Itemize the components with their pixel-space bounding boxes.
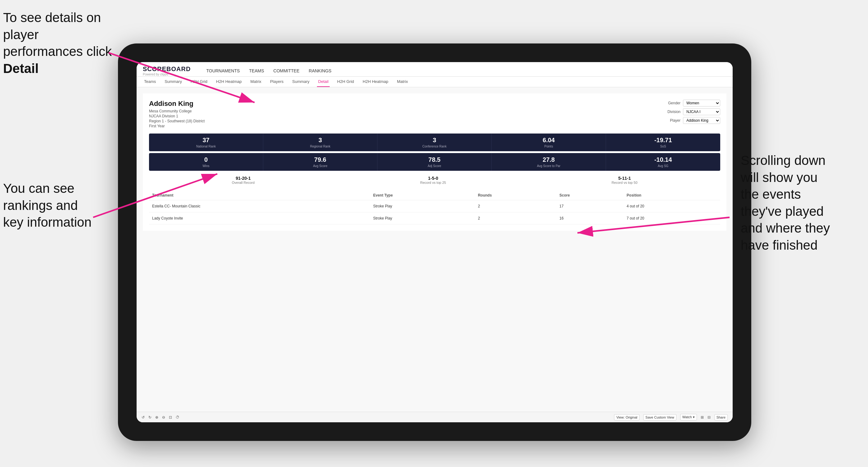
annotation-bottom-left-text: You can seerankings andkey information xyxy=(3,181,92,229)
nav-committee[interactable]: COMMITTEE xyxy=(274,65,300,76)
sub-nav: Teams Summary H2H Grid H2H Heatmap Matri… xyxy=(136,77,733,87)
nav-tournaments[interactable]: TOURNAMENTS xyxy=(206,65,240,76)
player-region: Region 1 - Southwest (18) District xyxy=(149,119,205,123)
stat-sos-value: -19.71 xyxy=(610,136,716,144)
redo-icon[interactable]: ↻ xyxy=(148,415,152,419)
grid-icon[interactable]: ⊞ xyxy=(701,415,704,419)
undo-icon[interactable]: ↺ xyxy=(142,415,145,419)
player-control: Player Addison King xyxy=(670,117,720,124)
record-overall-value: 91-20-1 xyxy=(232,176,254,181)
fit-icon[interactable]: ⊡ xyxy=(169,415,172,419)
stat-adj-score-value: 78.5 xyxy=(381,156,488,163)
stat-national-rank: 37 National Rank xyxy=(149,133,263,151)
stat-avg-sg-value: -10.14 xyxy=(610,156,716,163)
player-select-label: Player xyxy=(670,118,681,123)
collapse-icon[interactable]: ⊟ xyxy=(708,415,711,419)
main-nav: TOURNAMENTS TEAMS COMMITTEE RANKINGS xyxy=(206,65,331,76)
sub-players[interactable]: Players xyxy=(269,77,285,87)
record-overall-label: Overall Record xyxy=(232,181,254,184)
stat-avg-score-par-label: Avg Score to Par xyxy=(495,164,602,168)
gender-select[interactable]: Women Men xyxy=(683,100,720,106)
sub-h2h-grid2[interactable]: H2H Grid xyxy=(336,77,355,87)
record-top25-value: 1-5-0 xyxy=(420,176,446,181)
row2-rounds: 2 xyxy=(475,212,556,224)
annotation-right-text: Scrolling downwill show youthe eventsthe… xyxy=(741,153,830,252)
timer-icon[interactable]: ⏱ xyxy=(176,415,180,419)
division-control: Division NJCAA I NJCAA II xyxy=(668,108,720,115)
row1-rounds: 2 xyxy=(475,200,556,212)
col-position: Position xyxy=(624,191,720,200)
stat-points: 6.04 Points xyxy=(492,133,606,151)
share-button[interactable]: Share xyxy=(714,414,728,421)
tablet-screen: SCOREBOARD Powered by clippd TOURNAMENTS… xyxy=(136,62,733,422)
stat-points-value: 6.04 xyxy=(495,136,602,144)
stat-regional-rank: 3 Regional Rank xyxy=(263,133,377,151)
stat-adj-score: 78.5 Adj Score xyxy=(377,153,492,171)
row2-tournament: Lady Coyote Invite xyxy=(149,212,370,224)
logo-text: SCOREBOARD xyxy=(143,65,191,73)
stats-grid-2: 0 Wins 79.6 Avg Score 78.5 Adj Score 27.… xyxy=(149,153,720,171)
row2-event-type: Stroke Play xyxy=(370,212,475,224)
stat-wins: 0 Wins xyxy=(149,153,263,171)
division-select[interactable]: NJCAA I NJCAA II xyxy=(683,108,720,115)
record-top50-value: 5-11-1 xyxy=(612,176,637,181)
sub-h2h-heatmap2[interactable]: H2H Heatmap xyxy=(361,77,389,87)
stat-national-rank-label: National Rank xyxy=(153,145,259,148)
sub-matrix1[interactable]: Matrix xyxy=(249,77,262,87)
stats-grid-1: 37 National Rank 3 Regional Rank 3 Confe… xyxy=(149,133,720,151)
record-top25-label: Record vs top 25 xyxy=(420,181,446,184)
view-original-button[interactable]: View: Original xyxy=(614,414,640,421)
player-college: Mesa Community College xyxy=(149,109,205,113)
stat-sos: -19.71 SoS xyxy=(606,133,720,151)
table-row: Estella CC- Mountain Classic Stroke Play… xyxy=(149,200,720,212)
zoom-out-icon[interactable]: ⊖ xyxy=(162,415,165,419)
player-year: First Year xyxy=(149,124,205,128)
annotation-top-left: To see details on player performances cl… xyxy=(3,9,121,77)
sub-h2h-grid1[interactable]: H2H Grid xyxy=(189,77,209,87)
stat-wins-label: Wins xyxy=(153,164,259,168)
zoom-in-icon[interactable]: ⊕ xyxy=(155,415,158,419)
stat-regional-rank-value: 3 xyxy=(267,136,373,144)
player-header: Addison King Mesa Community College NJCA… xyxy=(149,100,720,129)
player-select[interactable]: Addison King xyxy=(683,117,720,124)
sub-detail[interactable]: Detail xyxy=(317,77,330,87)
col-rounds: Rounds xyxy=(475,191,556,200)
annotation-detail-bold: Detail xyxy=(3,61,38,76)
sub-matrix2[interactable]: Matrix xyxy=(396,77,409,87)
watch-button[interactable]: Watch ▾ xyxy=(680,414,697,421)
record-top50: 5-11-1 Record vs top 50 xyxy=(612,176,637,184)
top-nav: SCOREBOARD Powered by clippd TOURNAMENTS… xyxy=(136,62,733,77)
stat-avg-score: 79.6 Avg Score xyxy=(263,153,377,171)
gender-label: Gender xyxy=(668,101,681,105)
save-custom-view-button[interactable]: Save Custom View xyxy=(643,414,677,421)
row1-tournament: Estella CC- Mountain Classic xyxy=(149,200,370,212)
row1-score: 17 xyxy=(556,200,624,212)
row2-score: 16 xyxy=(556,212,624,224)
row1-position: 4 out of 20 xyxy=(624,200,720,212)
player-name: Addison King xyxy=(149,100,205,108)
sub-summary2[interactable]: Summary xyxy=(291,77,311,87)
stat-avg-score-label: Avg Score xyxy=(267,164,373,168)
col-tournament: Tournament xyxy=(149,191,370,200)
nav-rankings[interactable]: RANKINGS xyxy=(309,65,332,76)
col-score: Score xyxy=(556,191,624,200)
stat-avg-score-par: 27.8 Avg Score to Par xyxy=(492,153,606,171)
stat-conference-rank-label: Conference Rank xyxy=(381,145,488,148)
sub-summary1[interactable]: Summary xyxy=(163,77,183,87)
record-overall: 91-20-1 Overall Record xyxy=(232,176,254,184)
view-original-label: View: Original xyxy=(616,415,637,419)
logo-area: SCOREBOARD Powered by clippd xyxy=(143,65,191,76)
sub-teams[interactable]: Teams xyxy=(143,77,157,87)
logo-sub: Powered by clippd xyxy=(143,73,191,76)
stat-adj-score-label: Adj Score xyxy=(381,164,488,168)
stat-points-label: Points xyxy=(495,145,602,148)
row1-event-type: Stroke Play xyxy=(370,200,475,212)
sub-h2h-heatmap1[interactable]: H2H Heatmap xyxy=(215,77,243,87)
nav-teams[interactable]: TEAMS xyxy=(249,65,264,76)
record-top50-label: Record vs top 50 xyxy=(612,181,637,184)
row2-position: 7 out of 20 xyxy=(624,212,720,224)
player-card: Addison King Mesa Community College NJCA… xyxy=(143,93,726,231)
save-custom-label: Save Custom View xyxy=(645,415,674,419)
stat-regional-rank-label: Regional Rank xyxy=(267,145,373,148)
table-row: Lady Coyote Invite Stroke Play 2 16 7 ou… xyxy=(149,212,720,224)
